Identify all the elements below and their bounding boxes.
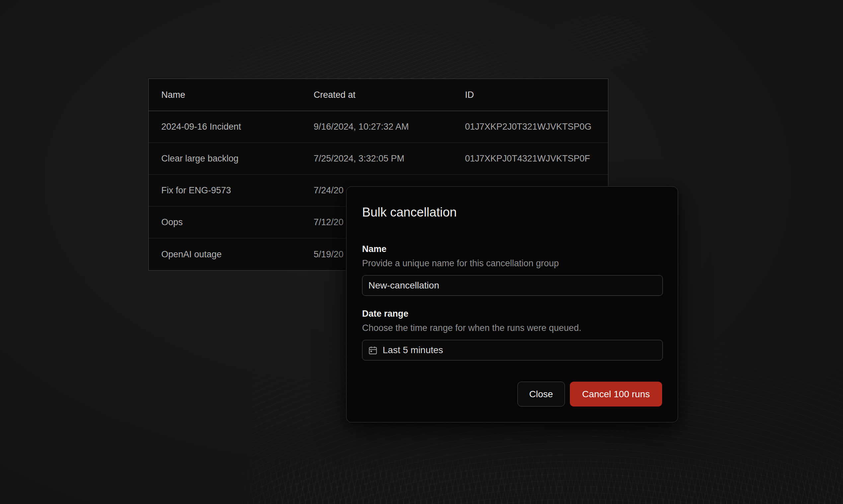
date-range-label: Date range <box>362 308 662 319</box>
row-name: Clear large backlog <box>149 154 314 164</box>
close-button[interactable]: Close <box>517 382 565 407</box>
column-header-id: ID <box>465 90 608 100</box>
date-range-value: Last 5 minutes <box>383 345 443 356</box>
column-header-name: Name <box>149 90 314 100</box>
table-row[interactable]: 2024-09-16 Incident 9/16/2024, 10:27:32 … <box>149 111 608 143</box>
row-created-at: 9/16/2024, 10:27:32 AM <box>314 122 465 132</box>
name-input[interactable] <box>362 275 663 296</box>
row-created-at: 7/25/2024, 3:32:05 PM <box>314 154 465 164</box>
row-id: 01J7XKPJ0T4321WJVKTSP0F <box>465 154 608 164</box>
row-name: OpenAI outage <box>149 249 314 259</box>
calendar-icon <box>368 345 378 356</box>
date-range-select[interactable]: Last 5 minutes <box>362 340 663 360</box>
row-id: 01J7XKP2J0T321WJVKTSP0G <box>465 122 608 132</box>
cancel-runs-button[interactable]: Cancel 100 runs <box>570 382 662 407</box>
app-background: Name Created at ID 2024-09-16 Incident 9… <box>0 0 843 504</box>
name-field-label: Name <box>362 244 662 255</box>
background-crosshatch-pattern <box>219 446 843 504</box>
bulk-cancellation-dialog: Bulk cancellation Name Provide a unique … <box>346 186 678 422</box>
table-row[interactable]: Clear large backlog 7/25/2024, 3:32:05 P… <box>149 143 608 175</box>
name-field-description: Provide a unique name for this cancellat… <box>362 258 662 269</box>
dialog-footer: Close Cancel 100 runs <box>362 382 662 407</box>
row-name: Oops <box>149 217 314 228</box>
row-name: Fix for ENG-9573 <box>149 185 314 196</box>
row-name: 2024-09-16 Incident <box>149 122 314 132</box>
table-header-row: Name Created at ID <box>149 79 608 111</box>
column-header-created-at: Created at <box>314 90 465 100</box>
date-range-description: Choose the time range for when the runs … <box>362 322 662 334</box>
dialog-title: Bulk cancellation <box>362 204 662 220</box>
